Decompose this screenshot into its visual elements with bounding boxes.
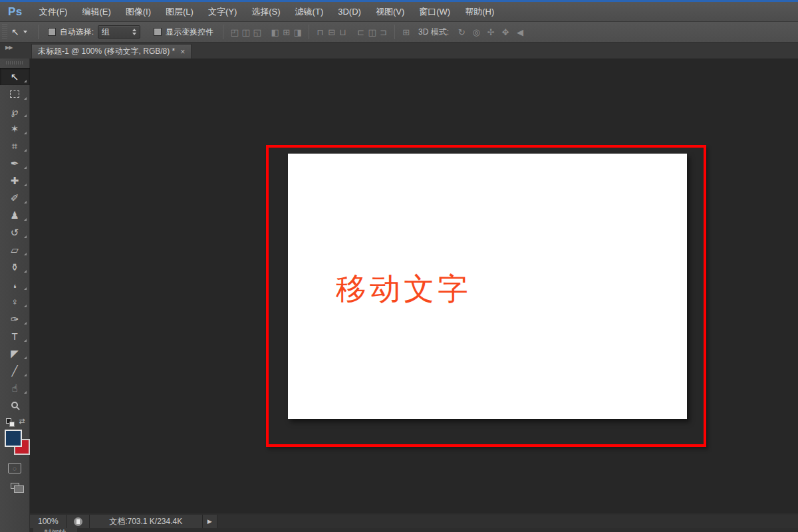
canvas-workspace[interactable]: 移动文字 [30,59,798,513]
distribute-horizontal-centers-icon[interactable]: ◫ [366,27,378,37]
document-tab[interactable]: 未标题-1 @ 100% (移动文字, RGB/8) * × [31,44,192,59]
separator [38,25,39,39]
brush-tool[interactable]: ✐ [0,189,30,206]
separator [223,25,223,39]
3d-slide-icon[interactable]: ✥ [498,27,513,37]
magic-wand-tool[interactable]: ✶ [0,120,30,137]
dropdown-stepper-icon [132,29,136,35]
current-tool-indicator[interactable]: ↖ [11,27,27,37]
dodge-tool[interactable]: ♀ [0,293,30,310]
align-bottom-edges-icon[interactable]: ◱ [251,27,263,37]
color-swatches [0,428,30,458]
document-tab-strip: ▶▶ 未标题-1 @ 100% (移动文字, RGB/8) * × [0,43,798,59]
menu-filter[interactable]: 滤镜(T) [288,2,331,22]
eyedropper-tool[interactable]: ✒ [0,154,30,172]
separator [309,25,309,39]
quick-mask-icon: ◌ [13,465,17,472]
menu-select[interactable]: 选择(S) [244,2,287,22]
3d-pan-icon[interactable]: ✢ [483,27,498,37]
status-flyout-button[interactable]: ▶ [203,515,217,528]
document-size-info: 文档:703.1 K/234.4K [90,515,203,528]
photoshop-logo: Ps [0,5,32,19]
auto-select-label: 自动选择: [60,27,94,38]
menu-edit[interactable]: 编辑(E) [74,2,118,22]
crop-tool[interactable]: ⌗ [0,137,30,154]
menu-layer[interactable]: 图层(L) [158,2,201,22]
show-transform-controls-checkbox[interactable] [154,28,162,36]
tools-panel-grip[interactable] [6,61,23,65]
move-tool-icon: ↖ [11,27,19,37]
align-horizontal-centers-icon[interactable]: ⊞ [281,27,292,37]
flyout-arrow-icon: ▶ [207,518,212,525]
menu-bar: Ps 文件(F) 编辑(E) 图像(I) 图层(L) 文字(Y) 选择(S) 滤… [0,2,798,22]
pen-tool[interactable]: ✑ [0,310,30,327]
3d-rotate-icon[interactable]: ↻ [454,27,469,37]
align-top-edges-icon[interactable]: ◰ [229,27,240,37]
swap-colors-icon: ⇄ [19,417,25,426]
timeline-panel-tab[interactable]: 时间轴 [33,528,77,532]
collapse-panels-icon[interactable]: ▶▶ [5,45,12,51]
path-selection-tool[interactable]: ◤ [0,344,30,362]
auto-select-target-value: 组 [102,27,110,38]
move-tool[interactable]: ↖ [0,68,30,85]
distribute-left-edges-icon[interactable]: ⊏ [355,27,366,37]
separator [394,25,395,39]
document-size-value: 文档:703.1 K/234.4K [109,516,182,527]
menu-file[interactable]: 文件(F) [32,2,75,22]
blur-tool[interactable]: ❜ [0,275,30,293]
hand-tool[interactable]: ☝ [0,379,30,396]
zoom-tool[interactable] [0,396,30,414]
show-transform-controls-label: 显示变换控件 [166,27,213,38]
zoom-level-field[interactable]: 100% [30,515,67,528]
clone-stamp-tool[interactable]: ♟ [0,206,30,223]
tool-options-bar: ↖ 自动选择: 组 显示变换控件 ◰ ◫ ◱ ◧ ⊞ ◨ ⊓ ⊟ ⊔ ⊏ ◫ ⊐… [0,22,798,43]
align-vertical-centers-icon[interactable]: ◫ [240,27,251,37]
zoom-level-value: 100% [30,517,66,526]
menu-view[interactable]: 视图(V) [368,2,412,22]
canvas-text-layer[interactable]: 移动文字 [336,273,471,304]
status-strip: 100% 文档:703.1 K/234.4K ▶ [30,515,798,528]
auto-align-layers-icon[interactable]: ⊞ [400,27,412,37]
options-bar-grip[interactable] [2,24,7,40]
marquee-icon [10,90,19,98]
menu-type[interactable]: 文字(Y) [201,2,244,22]
menu-window[interactable]: 窗口(W) [412,2,458,22]
horizontal-type-tool[interactable]: T [0,327,30,344]
auto-select-target-dropdown[interactable]: 组 [98,25,140,39]
close-document-icon[interactable]: × [180,48,185,56]
menu-3d[interactable]: 3D(D) [331,2,368,22]
distribute-top-edges-icon[interactable]: ⊓ [315,27,326,37]
default-and-swap-colors[interactable]: ⇄ [0,416,30,428]
document-tab-title: 未标题-1 @ 100% (移动文字, RGB/8) * [38,46,175,57]
distribute-vertical-centers-icon[interactable]: ⊟ [326,27,337,37]
align-right-edges-icon[interactable]: ◨ [292,27,303,37]
menu-image[interactable]: 图像(I) [118,2,158,22]
document-profile-button[interactable] [67,515,90,528]
tool-preset-dropdown-icon [23,31,27,33]
document-canvas[interactable]: 移动文字 [288,154,687,419]
default-colors-icon-bg [9,422,15,427]
align-left-edges-icon[interactable]: ◧ [269,27,281,37]
tools-panel: ↖ ℘ ✶ ⌗ ✒ ✚ ✐ ♟ ↺ ▱ ⚱ ❜ ♀ ✑ T ◤ ╱ ☝ ⇄ ◌ [0,59,30,532]
distribute-bottom-edges-icon[interactable]: ⊔ [337,27,348,37]
distribute-right-edges-icon[interactable]: ⊐ [378,27,389,37]
history-brush-tool[interactable]: ↺ [0,223,30,241]
lasso-tool[interactable]: ℘ [0,102,30,120]
menu-help[interactable]: 帮助(H) [458,2,501,22]
screen-mode-button[interactable] [11,483,19,489]
3d-mode-label: 3D 模式: [418,27,449,38]
eraser-tool[interactable]: ▱ [0,241,30,258]
3d-zoom-icon[interactable]: ◀ [513,27,527,37]
line-tool[interactable]: ╱ [0,362,30,379]
timeline-tab-label: 时间轴 [45,529,66,532]
document-profile-icon [74,517,82,526]
spot-healing-brush-tool[interactable]: ✚ [0,172,30,189]
rectangular-marquee-tool[interactable] [0,85,30,102]
magnifier-icon [11,402,18,408]
photoshop-window: Ps 文件(F) 编辑(E) 图像(I) 图层(L) 文字(Y) 选择(S) 滤… [0,0,798,532]
quick-mask-mode-button[interactable]: ◌ [8,463,21,473]
3d-roll-icon[interactable]: ◎ [469,27,483,37]
paint-bucket-tool[interactable]: ⚱ [0,258,30,275]
foreground-color-swatch[interactable] [5,430,22,447]
auto-select-checkbox[interactable] [48,28,56,36]
